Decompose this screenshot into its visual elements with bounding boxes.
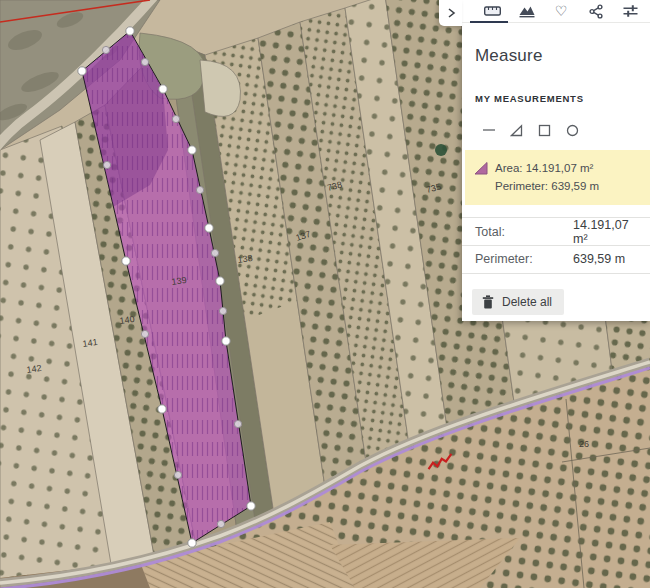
sliders-icon	[623, 4, 638, 18]
panel-toolbar: ♡	[462, 0, 650, 23]
polygon-midpoint-handle[interactable]	[234, 420, 241, 427]
polygon-vertex-handle[interactable]	[188, 539, 196, 547]
chevron-right-icon	[446, 7, 456, 19]
polygon-midpoint-handle[interactable]	[103, 161, 110, 168]
perimeter-label: Perimeter:	[475, 252, 573, 266]
polygon-midpoint-handle[interactable]	[211, 249, 218, 256]
parcel-number-label: 139	[171, 275, 187, 287]
parcel-number-label: 26	[579, 439, 589, 449]
polygon-vertex-handle[interactable]	[188, 146, 196, 154]
line-tool-icon	[483, 129, 495, 131]
polygon-midpoint-handle[interactable]	[172, 115, 179, 122]
polygon-vertex-handle[interactable]	[126, 27, 134, 35]
polygon-vertex-handle[interactable]	[216, 277, 224, 285]
polygon-vertex-handle[interactable]	[247, 502, 255, 510]
measure-panel: ♡ Measure MY MEASUREMENTS	[462, 0, 650, 321]
active-tab-underline	[470, 21, 508, 23]
section-label: MY MEASUREMENTS	[475, 93, 637, 104]
tool-area-button[interactable]	[510, 124, 523, 137]
measure-tools	[482, 123, 637, 137]
tab-measure[interactable]	[482, 1, 502, 21]
heart-icon: ♡	[555, 4, 568, 18]
selected-measurement[interactable]: Area: 14.191,07 m² Perimeter: 639,59 m	[465, 150, 650, 205]
polygon-vertex-handle[interactable]	[222, 337, 230, 345]
trash-icon	[482, 295, 494, 309]
mountain-chart-icon	[519, 4, 535, 18]
polygon-midpoint-handle[interactable]	[102, 46, 109, 53]
area-triangle-icon	[474, 161, 488, 175]
square-tool-icon	[538, 124, 551, 137]
tab-elevation[interactable]	[517, 1, 537, 21]
parcel-number-label: 138	[237, 253, 253, 265]
panel-collapse-button[interactable]	[439, 0, 462, 26]
circle-tool-icon	[566, 124, 579, 137]
delete-all-label: Delete all	[502, 295, 552, 309]
polygon-midpoint-handle[interactable]	[141, 58, 148, 65]
polygon-vertex-handle[interactable]	[122, 257, 130, 265]
total-row: Total: 14.191,07 m²	[462, 217, 650, 245]
tool-line-button[interactable]	[482, 124, 495, 137]
tab-share[interactable]	[586, 1, 606, 21]
measurement-area-text: Area: 14.191,07 m²	[495, 159, 599, 177]
total-value: 14.191,07 m²	[573, 218, 638, 246]
polygon-midpoint-handle[interactable]	[196, 186, 203, 193]
parcel-number-label: 142	[26, 363, 42, 375]
measurement-perimeter-text: Perimeter: 639,59 m	[495, 177, 599, 195]
polygon-midpoint-handle[interactable]	[141, 330, 148, 337]
parcel-number-label: 141	[82, 337, 98, 349]
ruler-icon	[484, 4, 501, 18]
polygon-midpoint-handle[interactable]	[174, 471, 181, 478]
page-title: Measure	[475, 46, 638, 66]
parcel-number-label: 140	[119, 314, 135, 326]
tool-rectangle-button[interactable]	[538, 124, 551, 137]
triangle-tool-icon	[510, 124, 523, 137]
tab-settings[interactable]	[620, 1, 640, 21]
total-label: Total:	[475, 225, 573, 239]
perimeter-value: 639,59 m	[573, 252, 638, 266]
tool-circle-button[interactable]	[566, 124, 579, 137]
polygon-midpoint-handle[interactable]	[217, 520, 224, 527]
share-icon	[589, 4, 603, 19]
app-window: 73873513713813914014114226 ♡	[0, 0, 650, 588]
tree-blob	[435, 144, 447, 156]
polygon-vertex-handle[interactable]	[205, 224, 213, 232]
summary-table: Total: 14.191,07 m² Perimeter: 639,59 m	[462, 217, 650, 274]
polygon-vertex-handle[interactable]	[158, 405, 166, 413]
polygon-midpoint-handle[interactable]	[219, 307, 226, 314]
delete-all-button[interactable]: Delete all	[472, 289, 564, 315]
tab-favorites[interactable]: ♡	[551, 1, 571, 21]
perimeter-row: Perimeter: 639,59 m	[462, 245, 650, 273]
polygon-vertex-handle[interactable]	[159, 85, 167, 93]
polygon-vertex-handle[interactable]	[78, 67, 86, 75]
